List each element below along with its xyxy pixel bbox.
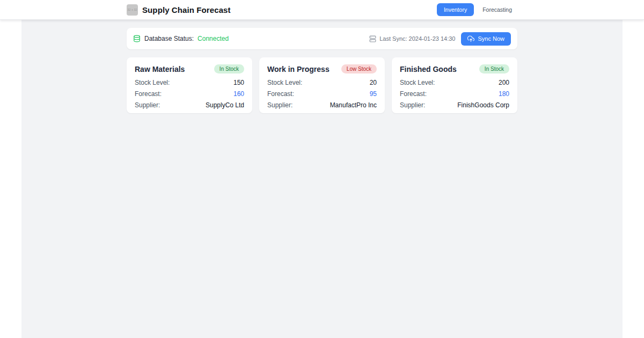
brand: 32 x 32 Supply Chain Forecast xyxy=(127,4,231,16)
stock-level-value: 20 xyxy=(370,79,377,86)
supplier-row: Supplier: ManufactPro Inc xyxy=(267,101,377,109)
stock-status-badge: In Stock xyxy=(479,64,509,74)
stock-level-value: 150 xyxy=(233,79,244,86)
supplier-row: Supplier: FinishGoods Corp xyxy=(400,101,509,109)
app-header: 32 x 32 Supply Chain Forecast Inventory … xyxy=(0,0,644,20)
sync-now-button[interactable]: Sync Now xyxy=(461,32,511,46)
supplier-value: SupplyCo Ltd xyxy=(206,101,244,109)
database-status: Database Status: Connected xyxy=(133,35,229,42)
card-title: Finished Goods xyxy=(400,65,457,74)
forecast-value: 180 xyxy=(499,90,509,98)
forecast-value: 95 xyxy=(370,90,377,98)
forecast-row: Forecast: 95 xyxy=(267,90,377,98)
forecast-row: Forecast: 160 xyxy=(135,90,244,98)
server-icon xyxy=(369,35,376,42)
stock-level-value: 200 xyxy=(499,79,509,86)
stock-level-row: Stock Level: 200 xyxy=(400,79,509,86)
cloud-upload-icon xyxy=(467,35,474,42)
tab-forecasting[interactable]: Forecasting xyxy=(477,3,517,16)
supplier-row: Supplier: SupplyCo Ltd xyxy=(135,101,244,109)
card-title: Work in Progress xyxy=(267,65,330,74)
tab-inventory[interactable]: Inventory xyxy=(437,3,474,16)
stock-status-badge: Low Stock xyxy=(341,64,377,74)
sync-now-label: Sync Now xyxy=(478,35,504,42)
database-status-value: Connected xyxy=(197,35,229,42)
supplier-value: ManufactPro Inc xyxy=(330,101,377,109)
page-title: Supply Chain Forecast xyxy=(142,5,231,14)
main-nav: Inventory Forecasting xyxy=(437,3,517,16)
card-title: Raw Materials xyxy=(135,65,185,74)
database-icon xyxy=(133,35,141,42)
content-area: Database Status: Connected Last Sync: 20… xyxy=(21,20,623,338)
card-raw-materials: Raw Materials In Stock Stock Level: 150 … xyxy=(127,57,252,113)
app-logo: 32 x 32 xyxy=(127,4,138,16)
card-work-in-progress: Work in Progress Low Stock Stock Level: … xyxy=(259,57,385,113)
last-sync: Last Sync: 2024-01-23 14:30 xyxy=(369,35,455,42)
forecast-row: Forecast: 180 xyxy=(400,90,509,98)
supplier-value: FinishGoods Corp xyxy=(457,101,509,109)
forecast-value: 160 xyxy=(233,90,244,98)
status-bar: Database Status: Connected Last Sync: 20… xyxy=(127,28,517,49)
logo-placeholder-text: 32 x 32 xyxy=(128,8,137,11)
stock-level-row: Stock Level: 20 xyxy=(267,79,377,86)
database-status-label: Database Status: xyxy=(144,35,194,42)
inventory-cards: Raw Materials In Stock Stock Level: 150 … xyxy=(127,57,517,113)
card-finished-goods: Finished Goods In Stock Stock Level: 200… xyxy=(392,57,517,113)
last-sync-text: Last Sync: 2024-01-23 14:30 xyxy=(379,35,455,42)
stock-status-badge: In Stock xyxy=(214,64,244,74)
stock-level-row: Stock Level: 150 xyxy=(135,79,244,86)
